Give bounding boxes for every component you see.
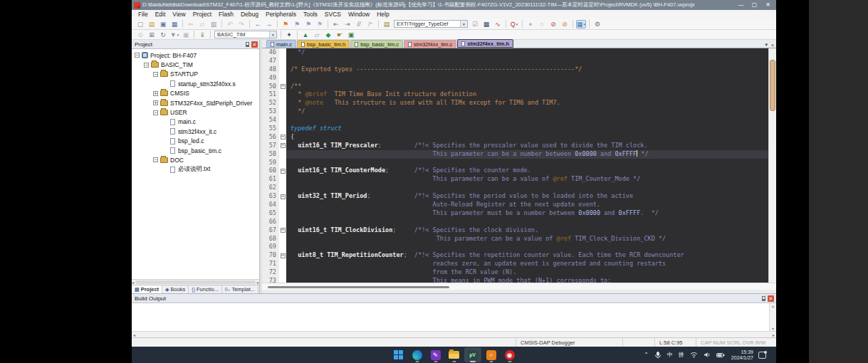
translate-file-icon[interactable]: ⊙: [135, 31, 145, 39]
fold-margin[interactable]: [279, 209, 286, 218]
orange-capture-app-icon[interactable]: ○: [483, 347, 500, 362]
incremental-find-icon[interactable]: ∿: [493, 20, 503, 28]
panel-tab-templat[interactable]: 0₊Templat...: [222, 285, 258, 293]
new-file-icon[interactable]: ▢: [135, 20, 145, 28]
line-number[interactable]: 48: [262, 65, 279, 74]
fold-margin[interactable]: [279, 260, 286, 268]
fold-collapse-icon[interactable]: −: [281, 143, 286, 148]
tab-stm32f4xx_tim.h[interactable]: stm32f4xx_tim.h: [457, 39, 513, 48]
undo-icon[interactable]: ↶: [225, 20, 235, 28]
menu-tools[interactable]: Tools: [303, 11, 318, 18]
scroll-left-icon[interactable]: ◂: [132, 280, 134, 285]
tray-chevron-icon[interactable]: ⌃: [644, 352, 649, 358]
scroll-right-icon[interactable]: ▸: [257, 280, 259, 285]
code-line-62[interactable]: 62: [262, 184, 768, 192]
unindent-icon[interactable]: ⇤: [331, 20, 341, 28]
collapse-icon[interactable]: −: [153, 157, 158, 162]
debug-windows-icon[interactable]: ▦▾: [576, 20, 586, 28]
code-text[interactable]: Auto-Reload Register at the next update …: [286, 201, 768, 209]
tree-item-startup_stm32f40xx.s[interactable]: startup_stm32f40xx.s: [132, 79, 259, 88]
fold-collapse-icon[interactable]: −: [281, 228, 286, 233]
code-text[interactable]: {: [286, 133, 768, 142]
vscrollbar-thumb[interactable]: [770, 60, 775, 111]
start-button[interactable]: [390, 347, 407, 362]
tree-item-bsp_basic_tim.c[interactable]: bsp_basic_tim.c: [132, 146, 259, 155]
expand-icon[interactable]: +: [153, 91, 158, 96]
tab-bsp_basic_tim.c[interactable]: bsp_basic_tim.c: [350, 40, 403, 48]
code-line-46[interactable]: 46 */: [262, 48, 768, 57]
line-number[interactable]: 69: [262, 243, 279, 251]
tree-item--.txt[interactable]: 必读说明.txt: [132, 165, 259, 174]
toggle-bookmark-icon[interactable]: ⚑: [281, 20, 291, 28]
fold-margin[interactable]: −: [279, 226, 286, 235]
match-case-icon[interactable]: ☑: [470, 20, 480, 28]
line-number[interactable]: 61: [262, 175, 279, 184]
panel-tab-books[interactable]: ◆Books: [162, 285, 189, 293]
fold-margin[interactable]: [279, 116, 286, 125]
save-icon[interactable]: ▣: [158, 20, 168, 28]
line-number[interactable]: 55: [262, 125, 279, 133]
fold-collapse-icon[interactable]: −: [281, 253, 286, 258]
speaker-icon[interactable]: [704, 352, 711, 358]
build-output-close-icon[interactable]: ✕: [768, 295, 774, 302]
dropdown-arrow-icon[interactable]: ▾: [269, 31, 276, 38]
disable-all-breakpoints-icon[interactable]: ⊘: [548, 20, 558, 28]
microphone-icon[interactable]: [654, 352, 662, 359]
file-explorer-icon[interactable]: [446, 347, 463, 362]
line-number[interactable]: 63: [262, 192, 279, 201]
code-line-67[interactable]: 67− uint16_t TIM_ClockDivision; /*!< Spe…: [262, 226, 768, 235]
code-view[interactable]: 46 */4748/* Exported types -------------…: [262, 48, 768, 283]
stop-build-icon[interactable]: ▣: [181, 31, 191, 39]
line-number[interactable]: 71: [262, 260, 279, 268]
copy-icon[interactable]: ▱: [197, 20, 207, 28]
fold-margin[interactable]: [279, 150, 286, 159]
tree-item-STM32F4xx_StdPeriph_Driver[interactable]: +STM32F4xx_StdPeriph_Driver: [132, 98, 259, 107]
line-number[interactable]: 56: [262, 133, 279, 142]
run-time-environment-icon[interactable]: ◆: [323, 31, 333, 39]
quick-find-combobox[interactable]: EXTITrigger_TypeDef▾: [394, 20, 468, 28]
dropdown-arrow-icon[interactable]: ▾: [177, 33, 179, 37]
code-text[interactable]: [286, 243, 768, 251]
menu-project[interactable]: Project: [193, 11, 211, 18]
code-line-70[interactable]: 70− uint8_t TIM_RepetitionCounter; /*!< …: [262, 251, 768, 260]
fold-margin[interactable]: [279, 184, 286, 192]
build-output-hscrollbar[interactable]: ◂ ▸: [132, 331, 776, 337]
symbols-book-icon[interactable]: ▤: [382, 20, 392, 28]
dropdown-arrow-icon[interactable]: ▾: [460, 21, 467, 27]
line-number[interactable]: 49: [262, 74, 279, 83]
menu-view[interactable]: View: [172, 11, 185, 18]
tree-item-Project-BH-F407[interactable]: −Project: BH-F407: [132, 51, 259, 60]
find-next-icon[interactable]: ▦: [481, 20, 491, 28]
menu-file[interactable]: File: [138, 11, 148, 18]
code-line-68[interactable]: 68 This parameter can be a value of @ref…: [262, 235, 768, 243]
tree-item-BASIC_TIM[interactable]: −BASIC_TIM: [132, 60, 259, 69]
code-text[interactable]: reaches zero, an update event is generat…: [286, 260, 768, 268]
fold-margin[interactable]: [279, 201, 286, 209]
code-line-61[interactable]: 61 This parameter can be a value of @ref…: [262, 175, 768, 184]
menu-help[interactable]: Help: [377, 11, 389, 18]
line-number[interactable]: 73: [262, 277, 279, 283]
fold-collapse-icon[interactable]: −: [281, 135, 286, 140]
battery-icon[interactable]: [716, 352, 725, 358]
find-in-files-icon[interactable]: Q▾: [509, 20, 519, 28]
line-number[interactable]: 65: [262, 209, 279, 218]
maximize-button[interactable]: ▢: [748, 1, 761, 9]
pin-icon[interactable]: [762, 296, 765, 301]
cut-icon[interactable]: ✂: [186, 20, 196, 28]
tab-list-dropdown-icon[interactable]: ▾: [765, 42, 768, 48]
collapse-icon[interactable]: −: [135, 53, 140, 58]
fold-margin[interactable]: [279, 243, 286, 251]
code-text[interactable]: This parameter can be a value of @ref TI…: [286, 235, 768, 243]
tree-item-CMSIS[interactable]: +CMSIS: [132, 89, 259, 98]
tree-item-main.c[interactable]: main.c: [132, 117, 259, 127]
fold-margin[interactable]: [279, 99, 286, 107]
line-number[interactable]: 64: [262, 201, 279, 209]
editor-hscrollbar[interactable]: [262, 283, 776, 290]
line-number[interactable]: 59: [262, 159, 279, 167]
collapse-icon[interactable]: −: [144, 63, 149, 68]
target-options-icon[interactable]: ✦: [284, 31, 294, 39]
prev-bookmark-icon[interactable]: ⚑: [292, 20, 302, 28]
fold-margin[interactable]: [279, 218, 286, 226]
editor-vscrollbar[interactable]: [768, 48, 776, 283]
line-number[interactable]: 66: [262, 218, 279, 226]
